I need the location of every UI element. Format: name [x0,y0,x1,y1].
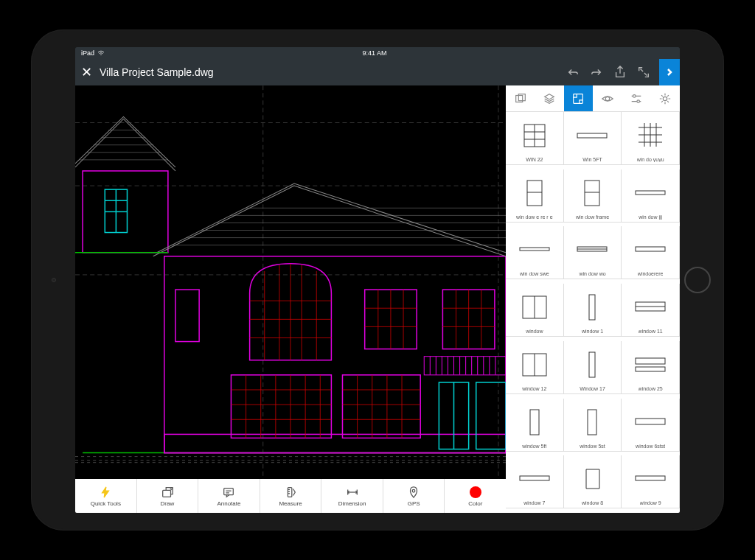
block-item[interactable]: window [506,284,564,337]
block-item[interactable]: window 8 [564,455,622,508]
svg-rect-133 [636,358,665,364]
block-label: windoerere [638,271,664,276]
block-preview [508,228,561,271]
panel-tab-properties[interactable] [622,85,650,111]
drawing-canvas[interactable] [75,85,506,479]
svg-rect-5 [164,434,506,452]
block-label: window 5st [580,444,605,449]
svg-rect-135 [530,410,539,435]
block-item[interactable]: window 1 [564,284,622,337]
tool-annotate[interactable]: Annotate [198,479,260,513]
panel-tab-blocks[interactable] [564,85,593,111]
block-label: window 1 [582,329,603,334]
panel-tab-layers[interactable] [535,85,563,111]
redo-icon[interactable] [588,64,605,80]
block-label: window 25 [639,386,663,391]
panel-toggle-button[interactable] [659,59,680,85]
side-panel: WIN 22Win 5FTwin do yuyuwin dow e re r e… [506,85,680,513]
color-icon [470,486,481,499]
main-area: Quick Tools Draw Annotate Measure [75,85,680,513]
block-preview [508,401,561,444]
svg-rect-88 [288,487,291,497]
block-item[interactable]: window 5st [564,399,622,452]
svg-rect-27 [476,382,506,449]
block-item[interactable]: win dow e re r e [506,169,564,223]
block-item[interactable]: window 7 [506,455,564,508]
panel-tab-settings[interactable] [651,85,680,111]
svg-rect-9 [342,375,420,438]
block-item[interactable]: WIN 22 [506,112,564,165]
svg-rect-116 [527,181,542,206]
tool-quick-tools[interactable]: Quick Tools [75,479,137,513]
block-item[interactable]: window 11 [622,284,680,337]
close-icon[interactable]: ✕ [81,64,92,80]
svg-rect-137 [636,419,665,424]
draw-icon [161,486,174,499]
svg-rect-7 [175,290,199,341]
canvas-area: Quick Tools Draw Annotate Measure [75,85,506,513]
carrier-label: iPad [81,49,94,57]
svg-rect-4 [164,256,506,453]
tool-label: Quick Tools [91,500,121,507]
lightning-icon [99,486,112,499]
block-item[interactable]: Win 5FT [564,112,622,165]
fullscreen-icon[interactable] [636,64,652,80]
block-label: Window 17 [580,386,605,391]
block-preview [566,172,619,214]
block-label: win do yuyu [637,157,664,162]
svg-rect-136 [588,410,596,435]
block-item[interactable]: win dow frame [564,169,622,223]
block-item[interactable]: win do yuyu [622,112,680,165]
tool-dimension[interactable]: Dimension [321,479,383,513]
panel-tab-layouts[interactable] [506,85,535,111]
block-item[interactable]: win dow wo [564,226,622,279]
svg-point-95 [412,489,415,492]
tool-measure[interactable]: Measure [260,479,322,513]
block-preview [566,458,619,500]
block-label: win dow swe [520,271,549,276]
file-title: Villa Project Sample.dwg [100,66,557,78]
tool-gps[interactable]: GPS [383,479,445,513]
svg-rect-85 [224,488,234,494]
svg-rect-140 [636,476,665,480]
block-item[interactable]: window 6stst [622,399,680,452]
block-item[interactable]: windoerere [622,226,680,279]
block-label: window 5ft [522,444,546,449]
svg-point-104 [664,97,667,100]
svg-rect-127 [589,295,595,320]
tool-draw[interactable]: Draw [137,479,199,513]
block-item[interactable]: window 25 [622,341,680,394]
block-item[interactable]: Window 17 [564,341,622,394]
status-bar: iPad 9:41 AM [75,47,680,59]
block-item[interactable]: window 5ft [506,399,564,452]
svg-rect-109 [577,133,607,138]
panel-tab-views[interactable] [593,85,622,111]
block-label: window 11 [639,329,663,334]
svg-point-103 [637,99,640,102]
undo-icon[interactable] [565,64,581,80]
tool-color[interactable]: Color [445,479,506,513]
block-label: window 7 [523,500,545,505]
tool-label: GPS [408,500,420,507]
share-icon[interactable] [612,64,628,80]
block-item[interactable]: window 9 [622,455,680,508]
block-preview [566,286,619,329]
tool-label: Dimension [338,500,366,507]
svg-rect-124 [636,247,665,251]
home-button[interactable] [684,267,711,293]
block-preview [624,343,677,386]
block-grid: WIN 22Win 5FTwin do yuyuwin dow e re r e… [506,112,680,513]
block-label: win dow wo [579,271,605,276]
block-preview [508,343,561,386]
svg-rect-132 [589,352,595,377]
block-label: WIN 22 [526,157,543,162]
block-preview [624,458,677,500]
screen: iPad 9:41 AM ✕ Villa Project Sample.dwg [75,47,680,513]
svg-rect-121 [520,248,549,251]
block-item[interactable]: win dow jjj [622,169,680,223]
block-item[interactable]: win dow swe [506,226,564,279]
block-item[interactable]: window 12 [506,341,564,394]
svg-rect-118 [585,181,599,206]
block-preview [566,114,619,157]
block-preview [624,286,677,329]
